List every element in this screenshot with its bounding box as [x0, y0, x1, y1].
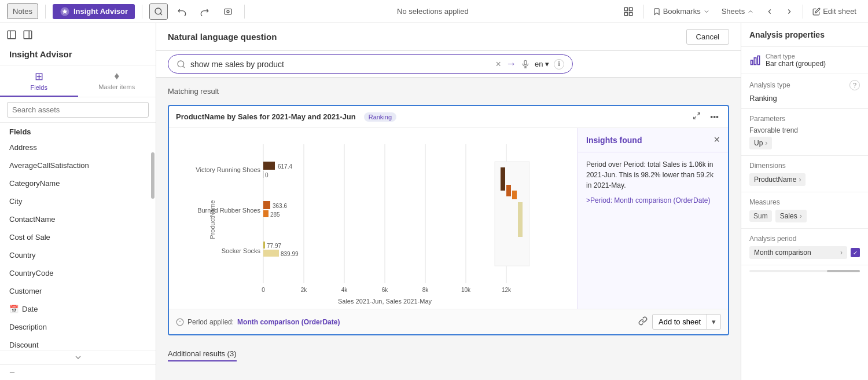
svg-rect-60 — [751, 60, 753, 65]
svg-point-1 — [155, 8, 161, 14]
search-icon — [154, 7, 163, 16]
undo-button[interactable] — [172, 5, 191, 19]
svg-text:839.99: 839.99 — [281, 251, 299, 257]
svg-text:Sales 2021-Jun, Sales 2021-May: Sales 2021-Jun, Sales 2021-May — [338, 298, 432, 305]
fields-section-label: Fields — [0, 123, 156, 138]
nav-next-button[interactable] — [781, 5, 798, 18]
main-layout: Insight Advisor ⊞ Fields ♦ Master items … — [0, 23, 868, 380]
collapse-icon — [8, 368, 16, 377]
add-to-sheet-dropdown-arrow[interactable]: ▾ — [707, 315, 720, 329]
search-clear-button[interactable]: × — [496, 59, 501, 70]
bookmarks-button[interactable]: Bookmarks — [648, 5, 715, 18]
measure-func-tag[interactable]: Sum — [749, 210, 772, 222]
nav-next-icon — [785, 8, 793, 16]
bar-chart-icon — [749, 54, 761, 66]
field-item-discount[interactable]: Discount — [0, 336, 150, 350]
nav-fields[interactable]: ⊞ Fields — [0, 65, 78, 97]
field-item-category-name[interactable]: CategoryName — [0, 174, 150, 192]
expand-chart-button[interactable] — [690, 111, 703, 123]
search-query-input[interactable] — [190, 60, 491, 69]
topbar-divider-1 — [45, 5, 46, 19]
link-icon-svg — [638, 316, 648, 326]
bar-chart-svg: ProductName Victory — [174, 133, 573, 306]
field-item-contact-name[interactable]: ContactName — [0, 210, 150, 228]
sheets-button[interactable]: Sheets — [717, 5, 759, 18]
field-item-country-code[interactable]: CountryCode — [0, 264, 150, 282]
search-assets-input[interactable] — [7, 102, 149, 118]
field-item-average-call[interactable]: AverageCallSatisfaction — [0, 156, 150, 174]
analysis-period-label: Analysis period — [749, 235, 860, 243]
measures-section: Measures Sum Sales › — [741, 192, 868, 229]
svg-text:Burned Rubber Shoes: Burned Rubber Shoes — [197, 207, 260, 214]
svg-text:77.97: 77.97 — [267, 243, 281, 249]
chart-card: ProductName by Sales for 2021-May and 20… — [168, 105, 729, 335]
analysis-period-checkbox[interactable]: ✓ — [851, 248, 860, 257]
search-submit-button[interactable]: → — [506, 58, 516, 70]
field-item-date[interactable]: 📅 Date — [0, 300, 150, 318]
measure-arrow: › — [800, 212, 802, 220]
svg-rect-40 — [263, 242, 265, 249]
sidebar-toggle-panel[interactable] — [21, 28, 35, 43]
microphone-icon[interactable] — [521, 60, 530, 69]
svg-rect-44 — [495, 162, 529, 266]
link-chart-button[interactable] — [638, 316, 648, 328]
svg-rect-30 — [263, 162, 275, 170]
info-circle-icon — [176, 318, 184, 326]
help-icon[interactable]: ℹ — [554, 59, 564, 70]
svg-text:Socker Socks: Socker Socks — [222, 247, 261, 254]
svg-rect-8 — [629, 12, 632, 15]
insights-close-button[interactable]: × — [713, 134, 720, 146]
topbar-right: Bookmarks Sheets Edit sheet — [619, 4, 861, 19]
insight-advisor-nav[interactable]: Insight Advisor — [53, 4, 135, 19]
svg-line-19 — [697, 113, 700, 115]
insights-period-link[interactable]: >Period: Month comparison (OrderDate) — [586, 195, 720, 206]
notes-button[interactable]: Notes — [7, 3, 38, 19]
insight-advisor-icon — [60, 6, 70, 17]
analysis-type-help[interactable]: ? — [849, 80, 860, 90]
additional-results-label[interactable]: Additional results (3) — [168, 349, 237, 361]
nav-prev-button[interactable] — [761, 5, 778, 18]
insights-panel: Insights found × Period over Period: tot… — [578, 128, 728, 309]
field-item-country[interactable]: Country — [0, 246, 150, 264]
favorable-trend-value[interactable]: Up › — [749, 137, 772, 149]
dimensions-label: Dimensions — [749, 162, 860, 170]
field-item-customer[interactable]: Customer — [0, 282, 150, 300]
bookmark-icon — [653, 8, 661, 16]
period-link[interactable]: Month comparison (OrderDate) — [237, 318, 340, 326]
svg-line-2 — [160, 13, 162, 15]
field-item-city[interactable]: City — [0, 192, 150, 210]
chart-more-button[interactable]: ••• — [708, 111, 721, 123]
add-to-sheet-button[interactable]: Add to sheet ▾ — [652, 314, 721, 330]
snapshot-button[interactable] — [219, 5, 237, 19]
search-icon-button[interactable] — [149, 3, 168, 20]
svg-text:285: 285 — [270, 211, 280, 218]
redo-button[interactable] — [196, 5, 214, 19]
field-item-description[interactable]: Description — [0, 318, 150, 336]
svg-rect-48 — [518, 202, 523, 237]
svg-text:0: 0 — [262, 287, 265, 293]
edit-sheet-button[interactable]: Edit sheet — [808, 5, 861, 18]
analysis-period-section: Analysis period Month comparison › ✓ — [741, 229, 868, 265]
measure-field-tag[interactable]: Sales › — [775, 210, 807, 222]
svg-rect-37 — [263, 210, 269, 217]
sidebar-toggle-left[interactable] — [5, 28, 19, 43]
more-dots-icon: ••• — [710, 112, 719, 122]
chart-type-section: Chart type Bar chart (grouped) — [741, 47, 868, 74]
nav-master-items[interactable]: ♦ Master items — [78, 65, 156, 97]
svg-text:12k: 12k — [502, 287, 512, 293]
analysis-properties-title: Analysis properties — [741, 23, 868, 47]
field-item-cost-of-sale[interactable]: Cost of Sale — [0, 228, 150, 246]
field-item-address[interactable]: Address — [0, 138, 150, 156]
cancel-button[interactable]: Cancel — [686, 29, 729, 45]
grid-button[interactable] — [619, 4, 638, 19]
measures-row: Sum Sales › — [749, 210, 860, 222]
parameters-section: Parameters Favorable trend Up › — [741, 109, 868, 156]
language-selector[interactable]: en ▾ — [535, 60, 549, 68]
dimension-tag[interactable]: ProductName › — [749, 173, 806, 186]
analysis-period-tag[interactable]: Month comparison › — [749, 246, 847, 259]
search-assets-container — [0, 97, 156, 123]
bookmarks-chevron-icon — [703, 8, 710, 15]
nlq-header: Natural language question Cancel — [156, 23, 741, 51]
expand-icon — [693, 112, 701, 120]
topbar-divider-5 — [803, 5, 803, 19]
